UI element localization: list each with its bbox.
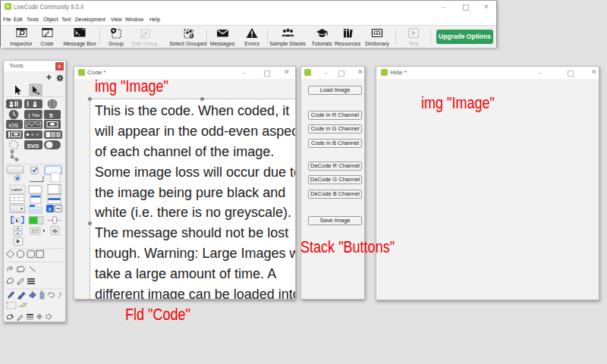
svg-text:5: 5 [49, 112, 53, 119]
svg-text:SVG: SVG [27, 143, 39, 149]
svg-text:a: a [49, 206, 52, 212]
svg-text:❬ Title ❭: ❬ Title ❭ [27, 113, 44, 118]
svg-text:iOS: iOS [9, 122, 19, 129]
svg-text:Label:: Label: [11, 187, 23, 192]
